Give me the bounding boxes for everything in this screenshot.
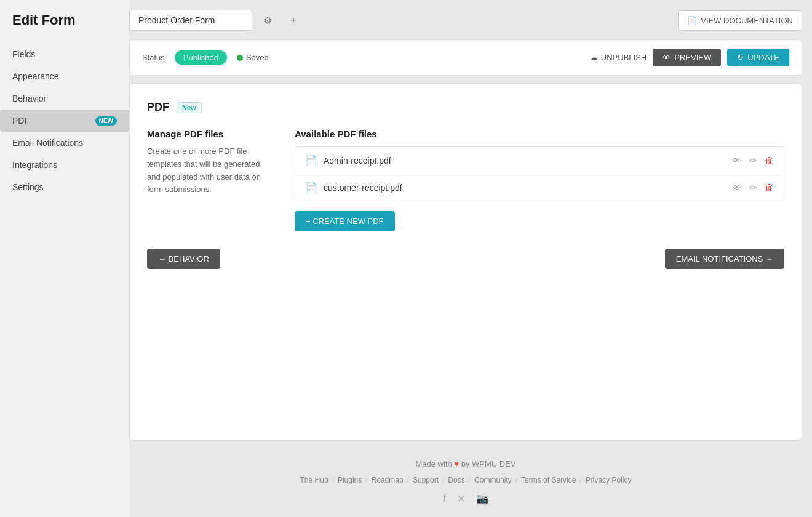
sidebar-label-integrations: Integrations: [12, 160, 57, 170]
unpublish-button[interactable]: ☁ UNPUBLISH: [590, 53, 647, 62]
footer-made-with: Made with ♥ by WPMU DEV: [129, 459, 802, 468]
status-bar: Status Published Saved ☁ UNPUBLISH 👁 PRE…: [129, 39, 802, 76]
pdf-file-name-1: Admin-receipt.pdf: [324, 156, 391, 166]
sidebar-item-integrations[interactable]: Integrations: [0, 154, 129, 176]
status-right: ☁ UNPUBLISH 👁 PREVIEW ↻ UPDATE: [590, 49, 789, 66]
manage-title: Manage PDF files: [147, 129, 270, 139]
manage-description: Create one or more PDF file templates th…: [147, 145, 270, 196]
sidebar-link-fields[interactable]: Fields: [0, 43, 129, 65]
docs-icon: 📄: [687, 16, 697, 25]
pdf-files-list: 📄 Admin-receipt.pdf 👁 ✏ 🗑: [295, 146, 784, 201]
manage-section: Manage PDF files Create one or more PDF …: [147, 129, 270, 231]
status-left: Status Published Saved: [142, 50, 269, 65]
prev-button[interactable]: ← BEHAVIOR: [147, 249, 220, 269]
sidebar-link-email-notifications[interactable]: Email Notifications: [0, 132, 129, 154]
pdf-file-actions-2: 👁 ✏ 🗑: [733, 182, 774, 193]
unpublish-label: UNPUBLISH: [601, 53, 647, 62]
sidebar-label-fields: Fields: [12, 49, 35, 59]
sidebar-item-appearance[interactable]: Appearance: [0, 65, 129, 87]
page-title: Edit Form: [0, 12, 129, 43]
update-label: UPDATE: [747, 53, 779, 62]
add-button[interactable]: +: [283, 10, 304, 31]
pdf-file-row-2: 📄 customer-receipt.pdf 👁 ✏ 🗑: [295, 174, 784, 201]
sidebar-label-appearance: Appearance: [12, 71, 59, 81]
create-pdf-button[interactable]: + CREATE NEW PDF: [295, 211, 395, 231]
footer-link-hub[interactable]: The Hub: [300, 476, 328, 484]
saved-dot-icon: [237, 55, 243, 61]
pdf-file-name-2: customer-receipt.pdf: [324, 183, 402, 193]
prev-label: ← BEHAVIOR: [158, 254, 209, 263]
sidebar-item-behavior[interactable]: Behavior: [0, 87, 129, 110]
view-docs-label: VIEW DOCUMENTATION: [701, 16, 793, 25]
instagram-icon[interactable]: 📷: [476, 493, 488, 505]
delete-icon-2[interactable]: 🗑: [765, 182, 774, 193]
sidebar-item-fields[interactable]: Fields: [0, 43, 129, 65]
footer: Made with ♥ by WPMU DEV The Hub / Plugin…: [129, 441, 802, 517]
next-label: EMAIL NOTIFICATIONS →: [676, 254, 773, 263]
saved-indicator: Saved: [237, 53, 269, 62]
sidebar-link-pdf[interactable]: PDF New: [0, 110, 129, 132]
pdf-panel-title: PDF: [147, 101, 169, 114]
sidebar: Edit Form Fields Appearance Behavior PDF: [0, 0, 129, 517]
sidebar-nav: Fields Appearance Behavior PDF New: [0, 43, 129, 198]
form-name-input[interactable]: [129, 10, 252, 31]
pdf-file-actions-1: 👁 ✏ 🗑: [733, 155, 774, 166]
sidebar-label-behavior: Behavior: [12, 94, 46, 103]
gear-icon: ⚙: [263, 15, 272, 26]
pdf-file-row: 📄 Admin-receipt.pdf 👁 ✏ 🗑: [295, 147, 784, 174]
footer-link-terms[interactable]: Terms of Service: [521, 476, 576, 484]
footer-link-plugins[interactable]: Plugins: [338, 476, 362, 484]
pdf-new-badge: New: [95, 116, 117, 126]
status-label: Status: [142, 53, 165, 62]
cloud-icon: ☁: [590, 53, 598, 62]
pdf-new-tag: New: [177, 102, 202, 113]
footer-link-community[interactable]: Community: [474, 476, 512, 484]
twitter-icon[interactable]: ✕: [457, 493, 465, 505]
sidebar-link-behavior[interactable]: Behavior: [0, 87, 129, 110]
sidebar-item-pdf[interactable]: PDF New: [0, 110, 129, 132]
next-button[interactable]: EMAIL NOTIFICATIONS →: [665, 249, 784, 269]
sidebar-label-email-notifications: Email Notifications: [12, 138, 83, 148]
sidebar-link-settings[interactable]: Settings: [0, 176, 129, 198]
pdf-panel-header: PDF New: [147, 101, 784, 114]
sidebar-link-integrations[interactable]: Integrations: [0, 154, 129, 176]
footer-link-support[interactable]: Support: [413, 476, 439, 484]
footer-link-privacy[interactable]: Privacy Policy: [586, 476, 632, 484]
edit-icon-2[interactable]: ✏: [749, 182, 757, 193]
published-badge: Published: [175, 50, 227, 65]
create-pdf-label: + CREATE NEW PDF: [306, 217, 384, 226]
heart-icon: ♥: [454, 459, 461, 468]
top-bar-left: ⚙ +: [129, 10, 304, 31]
sidebar-item-email-notifications[interactable]: Email Notifications: [0, 132, 129, 154]
footer-link-roadmap[interactable]: Roadmap: [372, 476, 404, 484]
view-docs-button[interactable]: 📄 VIEW DOCUMENTATION: [678, 10, 802, 31]
footer-link-docs[interactable]: Docs: [448, 476, 464, 484]
pdf-file-icon-2: 📄: [305, 182, 317, 193]
main-content: ⚙ + 📄 VIEW DOCUMENTATION Status Publishe…: [129, 0, 812, 517]
preview-label: PREVIEW: [674, 53, 711, 62]
delete-icon-1[interactable]: 🗑: [765, 155, 774, 166]
footer-social: f ✕ 📷: [129, 493, 802, 505]
edit-icon-1[interactable]: ✏: [749, 155, 757, 166]
gear-button[interactable]: ⚙: [257, 10, 278, 31]
top-bar: ⚙ + 📄 VIEW DOCUMENTATION: [129, 10, 802, 31]
available-title: Available PDF files: [295, 129, 784, 139]
pdf-body: Manage PDF files Create one or more PDF …: [147, 129, 784, 231]
sidebar-link-appearance[interactable]: Appearance: [0, 65, 129, 87]
update-button[interactable]: ↻ UPDATE: [727, 49, 789, 66]
footer-links: The Hub / Plugins / Roadmap / Support / …: [129, 476, 802, 484]
eye-icon: 👁: [663, 53, 671, 62]
nav-buttons: ← BEHAVIOR EMAIL NOTIFICATIONS →: [147, 249, 784, 269]
sidebar-item-settings[interactable]: Settings: [0, 176, 129, 198]
pdf-panel: PDF New Manage PDF files Create one or m…: [129, 83, 802, 441]
pdf-file-icon-1: 📄: [305, 154, 317, 166]
pdf-file-left-1: 📄 Admin-receipt.pdf: [305, 154, 391, 166]
pdf-file-left-2: 📄 customer-receipt.pdf: [305, 182, 402, 193]
saved-label: Saved: [246, 53, 269, 62]
facebook-icon[interactable]: f: [443, 493, 445, 505]
sidebar-label-pdf: PDF: [12, 116, 30, 126]
view-icon-1[interactable]: 👁: [733, 155, 742, 166]
plus-icon: +: [290, 15, 296, 26]
preview-button[interactable]: 👁 PREVIEW: [653, 49, 721, 66]
view-icon-2[interactable]: 👁: [733, 182, 742, 193]
